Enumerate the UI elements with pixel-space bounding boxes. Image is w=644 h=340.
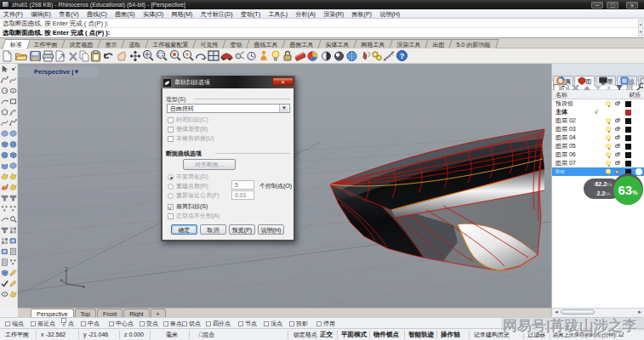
svg-text:?: ?: [400, 52, 405, 60]
